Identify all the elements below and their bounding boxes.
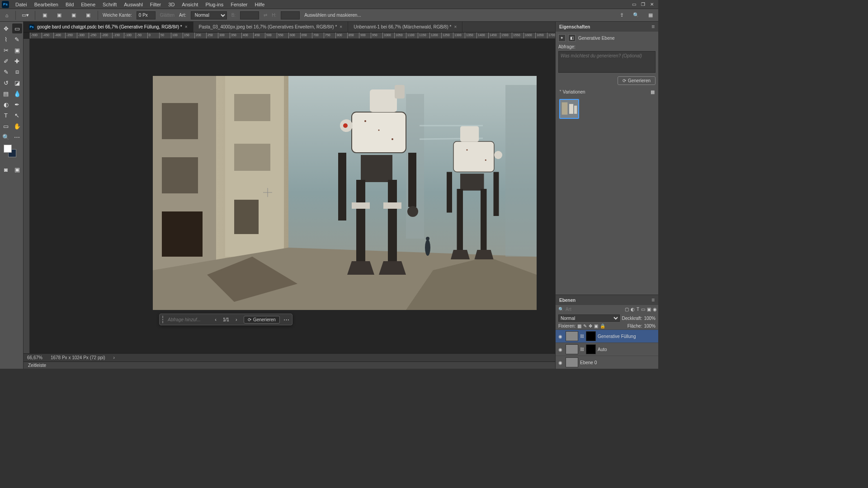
doc-info[interactable]: 1678 Px x 1024 Px (72 ppi) [51,355,105,360]
width-input[interactable] [240,11,259,19]
layer-link-icon[interactable]: ⛓ [580,334,584,338]
layer-name[interactable]: Auto [598,347,656,352]
document-tab[interactable]: Pasta_03_4000px.jpeg bei 16,7% (Generati… [193,22,349,32]
layers-filter-input[interactable] [566,307,623,312]
taskbar-generate-button[interactable]: ⟳Generieren [244,316,280,324]
selection-mode-subtract[interactable]: ▣ [69,10,79,20]
variations-toggle[interactable]: ˅ Variationen [559,89,585,94]
menu-ebene[interactable]: Ebene [77,1,99,8]
contextual-taskbar[interactable]: ‹ 1/1 › ⟳Generieren ⋯ [159,314,292,325]
lock-artboard-nest[interactable]: ▣ [594,324,598,328]
share-icon[interactable]: ⇪ [617,10,627,20]
path-select-tool[interactable]: ↖ [12,110,22,120]
layer-visibility-icon[interactable]: ◉ [558,334,564,339]
window-close[interactable]: ✕ [647,1,656,8]
document-tab[interactable]: Psgoogle bard und chatgpt.psdc bei 66,7%… [24,22,193,32]
prompt-textarea[interactable] [558,51,656,73]
layers-filter-toggle[interactable]: ◉ [653,307,657,312]
layer-visibility-icon[interactable]: ◉ [558,347,564,352]
screenmode-tool[interactable]: ▣ [12,164,22,174]
menu-bild[interactable]: Bild [62,1,77,8]
lock-pixels[interactable]: ▦ [577,324,581,328]
selection-mode-new[interactable]: ▣ [40,10,50,20]
ruler-horizontal[interactable]: -500-450-400-350-300-250-200-150-100-500… [30,33,555,39]
shape-tool[interactable]: ▭ [1,121,11,131]
layers-panel-header[interactable]: Ebenen≡ [556,295,658,305]
layer-row[interactable]: ◉⛓Auto [556,343,658,356]
fill-value[interactable]: 100% [644,324,656,328]
zoom-tool[interactable]: 🔍 [1,132,11,142]
menu-hilfe[interactable]: Hilfe [251,1,268,8]
selection-mode-intersect[interactable]: ▣ [83,10,93,20]
history-brush-tool[interactable]: ↺ [1,78,11,88]
taskbar-next[interactable]: › [233,317,240,322]
frame-tool[interactable]: ▣ [12,45,22,55]
menu-3d[interactable]: 3D [165,1,178,8]
layer-thumbnail[interactable] [566,331,578,341]
layers-filter-shape[interactable]: ▭ [641,307,645,312]
layers-menu-icon[interactable]: ≡ [651,297,655,303]
menu-auswahl[interactable]: Auswahl [120,1,146,8]
crop-tool[interactable]: ✂ [1,45,11,55]
layers-filter-type[interactable]: T [637,307,639,312]
eyedropper-tool[interactable]: ✐ [1,56,11,66]
blur-tool[interactable]: 💧 [12,89,22,99]
timeline-panel[interactable]: Zeitleiste [24,361,555,369]
menu-ansicht[interactable]: Ansicht [178,1,202,8]
layer-visibility-icon[interactable]: ◉ [558,360,564,365]
move-tool[interactable]: ✥ [1,23,11,33]
color-swatches[interactable] [1,143,22,161]
window-minimize[interactable]: ▭ [629,1,638,8]
variation-thumb[interactable] [559,99,579,119]
selection-mode-add[interactable]: ▣ [54,10,64,20]
hand-tool[interactable]: ✋ [12,121,22,131]
layers-filter-adjust[interactable]: ◐ [631,307,635,312]
quickmask-tool[interactable]: ◙ [1,164,11,174]
layer-mask-thumbnail[interactable] [586,331,596,341]
layer-row[interactable]: ◉⛓Generative Füllung [556,329,658,343]
swap-dim-icon[interactable]: ⇄ [264,13,267,18]
pen-tool[interactable]: ✒ [12,99,22,109]
taskbar-grip[interactable] [162,316,164,323]
panel-menu-icon[interactable]: ≡ [651,23,655,30]
variations-grid-icon[interactable]: ▦ [651,89,655,94]
layer-name[interactable]: Ebene 0 [580,360,656,365]
blend-mode-select[interactable]: Normal [558,314,620,322]
taskbar-prev[interactable]: ‹ [212,317,219,322]
layers-filter-image[interactable]: ▢ [625,307,629,312]
eraser-tool[interactable]: ◪ [12,78,22,88]
brush-tool[interactable]: ✎ [1,67,11,77]
properties-generate-button[interactable]: ⟳Generieren [618,76,656,85]
statusbar-chevron-icon[interactable]: › [113,355,115,360]
type-tool[interactable]: T [1,110,11,120]
lock-position[interactable]: ✥ [589,324,592,328]
gradient-tool[interactable]: ▤ [1,89,11,99]
menu-bearbeiten[interactable]: Bearbeiten [31,1,62,8]
quick-select-tool[interactable]: ✎ [12,34,22,44]
stamp-tool[interactable]: ⧈ [12,67,22,77]
tab-close-icon[interactable]: × [340,24,342,29]
ruler-vertical[interactable] [24,39,30,353]
layer-mask-thumbnail[interactable] [586,344,596,354]
layers-search-icon[interactable]: 🔍 [558,307,564,312]
selection-tool-preset[interactable]: ▭▾ [20,10,30,20]
workspace-icon[interactable]: ▦ [646,10,656,20]
opacity-value[interactable]: 100% [644,316,656,321]
layers-filter-smart[interactable]: ▣ [647,307,651,312]
search-icon[interactable]: 🔍 [631,10,641,20]
foreground-color[interactable] [4,145,12,153]
marquee-tool[interactable]: ▭ [12,23,22,33]
canvas[interactable]: ‹ 1/1 › ⟳Generieren ⋯ [30,39,555,353]
tab-close-icon[interactable]: × [454,24,457,29]
layer-thumbnail[interactable] [566,357,578,367]
taskbar-more-icon[interactable]: ⋯ [283,316,289,323]
taskbar-prompt-input[interactable] [168,317,208,322]
zoom-level[interactable]: 66,67% [27,355,42,360]
menu-plug-ins[interactable]: Plug-ins [202,1,227,8]
tab-close-icon[interactable]: × [185,24,188,29]
height-input[interactable] [281,11,300,19]
menu-schrift[interactable]: Schrift [99,1,120,8]
lasso-tool[interactable]: ⌇ [1,34,11,44]
layer-link-icon[interactable]: ⛓ [580,347,584,352]
lock-all[interactable]: 🔒 [600,324,605,328]
